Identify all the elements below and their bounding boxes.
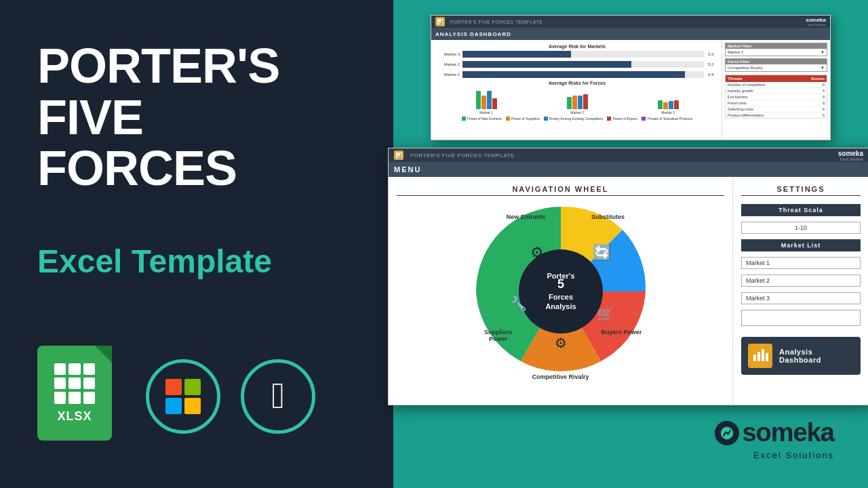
forces-market2: Market 2	[567, 89, 588, 115]
analysis-dashboard-button[interactable]: Analysis Dashboard	[741, 337, 861, 375]
bar-row-market2: Market 2 5.2	[435, 61, 719, 68]
top-titlebar: 📊 PORTER'S FIVE FORCES TEMPLATE someka E…	[431, 16, 830, 28]
svg-text:🔧: 🔧	[509, 296, 526, 312]
market-list-item-2: Market 2	[741, 274, 861, 287]
nav-wheel-container: Porter's 5 Forces Analysis ⚙ 🔄 🔧 🛒 ⚙	[469, 200, 652, 383]
market-filter-box: Market Filter Market 2▼	[725, 43, 827, 56]
top-subtitlebar: ANALYSIS DASHBOARD	[431, 28, 830, 40]
bar-row-market3: Market 3 3.3	[435, 51, 719, 58]
market-chart-title: Average Risk for Markets	[435, 44, 719, 49]
grid-cell	[83, 392, 95, 403]
someka-tagline: Excel Solutions	[753, 450, 834, 460]
apple-icon: 	[241, 359, 315, 434]
label-substitutes: Substitutes	[585, 214, 632, 220]
analysis-btn-text-block: Analysis Dashboard	[779, 348, 821, 364]
top-title-icon: 📊	[435, 17, 445, 26]
subtitle-block: Excel Template	[37, 244, 272, 280]
dashboard-body: Average Risk for Markets Market 3 3.3 Ma…	[431, 40, 830, 140]
apple-logo: 	[271, 377, 285, 413]
threat-scala-value: 1-10	[741, 222, 861, 234]
top-subtitlebar-text: ANALYSIS DASHBOARD	[435, 31, 511, 37]
win-red	[165, 379, 182, 395]
market-list-item-4	[741, 310, 861, 326]
win-green	[184, 379, 201, 395]
grid-cell	[54, 392, 66, 403]
grid-cell	[83, 378, 95, 389]
someka-menu-logo: someka Excel Solutions	[838, 150, 863, 161]
market-list-header: Market List	[741, 239, 861, 251]
bottom-icons-area: XLSX 	[37, 346, 315, 447]
nav-wheel-title: NAVIGATION WHEEL	[397, 185, 724, 196]
bottom-screenshot: 📊 PORTER'S FIVE FORCES TEMPLATE someka E…	[388, 148, 868, 405]
svg-text:5: 5	[557, 277, 564, 291]
someka-name: someka	[742, 418, 834, 447]
forces-market1: Market 1	[476, 89, 497, 115]
top-screenshot: 📊 PORTER'S FIVE FORCES TEMPLATE someka E…	[431, 15, 831, 140]
someka-brand-bottomright: someka Excel Solutions	[715, 418, 834, 461]
threat-scala-header: Threat Scala	[741, 204, 861, 216]
market-list-item-3: Market 3	[741, 292, 861, 304]
grid-cell	[68, 392, 80, 403]
grid-cell	[68, 363, 80, 375]
market-list-item-1: Market 1	[741, 257, 861, 269]
svg-text:🔄: 🔄	[592, 243, 611, 262]
win-blue	[165, 398, 182, 414]
grid-cell	[83, 363, 95, 375]
market-bar-chart: Market 3 3.3 Market 2 5.2 Market 1	[435, 51, 719, 78]
chart-legend: Threat of New Entrants Power of Supplier…	[435, 117, 719, 121]
grid-cell	[54, 363, 66, 375]
xlsx-label-text: XLSX	[57, 409, 92, 424]
svg-text:Analysis: Analysis	[545, 302, 576, 310]
svg-text:⚙: ⚙	[530, 244, 544, 261]
windows-logo	[165, 379, 201, 414]
nav-wheel-area: NAVIGATION WHEEL	[389, 177, 733, 405]
xlsx-file-shape: XLSX	[37, 346, 112, 441]
svg-rect-13	[766, 353, 768, 361]
forces-market3: Market 3	[658, 89, 679, 115]
threats-table: Threats Scores Number of competitors 6 I…	[725, 75, 827, 119]
svg-text:Forces: Forces	[548, 293, 572, 301]
settings-title: SETTINGS	[741, 185, 861, 196]
analysis-btn-icon	[748, 344, 772, 368]
threats-panel: Market Filter Market 2▼ Force Filter Com…	[722, 40, 830, 140]
nav-wheel-svg: Porter's 5 Forces Analysis ⚙ 🔄 🔧 🛒 ⚙	[469, 200, 652, 383]
settings-panel: SETTINGS Threat Scala 1-10 Market List M…	[733, 177, 868, 405]
someka-top-logo: someka Excel Solutions	[806, 17, 826, 26]
bar-row-market1: Market 1 6.9	[435, 71, 719, 78]
forces-chart-area: Average Risks for Forces Market 1	[435, 81, 719, 121]
forces-bars: Market 1 Market 2	[435, 87, 719, 115]
win-yellow	[184, 398, 201, 414]
main-title-block: PORTER'SFIVEFORCES	[37, 41, 279, 195]
xlsx-grid	[54, 363, 95, 404]
menu-title-icon: 📊	[394, 150, 403, 160]
grid-cell	[54, 378, 66, 389]
svg-rect-11	[757, 352, 760, 361]
svg-rect-10	[753, 354, 756, 361]
main-title-text: PORTER'SFIVEFORCES	[37, 41, 279, 195]
menu-titlebar: 📊 PORTER'S FIVE FORCES TEMPLATE someka E…	[389, 148, 868, 162]
top-titlebar-text: PORTER'S FIVE FORCES TEMPLATE	[450, 20, 542, 24]
menu-body: NAVIGATION WHEEL	[389, 177, 868, 405]
force-filter-box: Force Filter Competitive Rivalry▼	[725, 58, 827, 72]
xlsx-icon: XLSX	[37, 346, 125, 447]
menu-subtitlebar: MENU	[389, 162, 868, 177]
label-buyers: Buyers Power	[598, 329, 646, 336]
center-circle	[519, 249, 603, 333]
menu-subtitlebar-text: MENU	[394, 165, 421, 174]
label-suppliers: Suppliers Power	[475, 329, 522, 342]
analysis-btn-line1: Analysis	[779, 348, 821, 356]
label-rivalry: Competitive Rivalry	[530, 373, 591, 380]
svg-rect-12	[762, 349, 764, 361]
label-new-entrants: New Entrants	[506, 214, 547, 220]
grid-cell	[68, 378, 80, 389]
windows-icon	[146, 359, 220, 434]
forces-chart-title: Average Risks for Forces	[435, 81, 719, 85]
analysis-btn-line2: Dashboard	[779, 356, 821, 364]
someka-icon	[715, 421, 739, 445]
svg-text:🛒: 🛒	[596, 306, 613, 322]
svg-text:⚙: ⚙	[555, 336, 567, 350]
dashboard-left: Average Risk for Markets Market 3 3.3 Ma…	[431, 40, 722, 140]
subtitle-text: Excel Template	[37, 244, 272, 280]
menu-titlebar-text: PORTER'S FIVE FORCES TEMPLATE	[410, 152, 515, 159]
